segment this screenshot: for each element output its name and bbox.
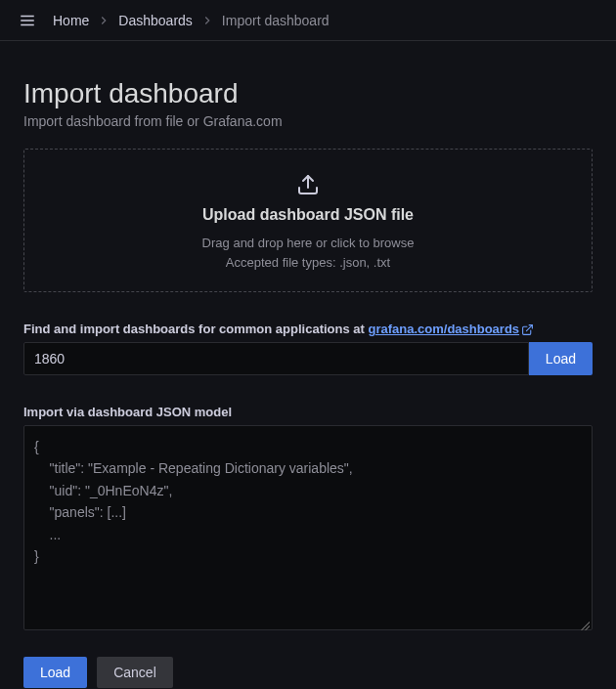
grafana-url-input[interactable]	[23, 342, 529, 375]
load-url-button[interactable]: Load	[529, 342, 593, 375]
json-label: Import via dashboard JSON model	[23, 405, 593, 419]
page-subtitle: Import dashboard from file or Grafana.co…	[23, 113, 593, 129]
breadcrumb: Home Dashboards Import dashboard	[49, 11, 333, 30]
find-label-text: Find and import dashboards for common ap…	[23, 322, 368, 336]
chevron-right-icon	[97, 14, 110, 27]
upload-dropzone[interactable]: Upload dashboard JSON file Drag and drop…	[23, 149, 593, 292]
json-model-section: Import via dashboard JSON model	[23, 405, 593, 633]
upload-hint2: Accepted file types: .json, .txt	[40, 253, 576, 273]
breadcrumb-dashboards[interactable]: Dashboards	[114, 11, 197, 30]
grafana-dashboards-link[interactable]: grafana.com/dashboards	[368, 322, 519, 336]
upload-hint1: Drag and drop here or click to browse	[40, 234, 576, 253]
find-label: Find and import dashboards for common ap…	[23, 322, 593, 336]
chevron-right-icon	[200, 14, 214, 27]
json-textarea[interactable]	[23, 425, 593, 630]
svg-line-4	[527, 325, 533, 331]
breadcrumb-home[interactable]: Home	[49, 11, 93, 30]
load-button[interactable]: Load	[23, 657, 87, 688]
grafana-com-section: Find and import dashboards for common ap…	[23, 322, 593, 375]
upload-heading: Upload dashboard JSON file	[40, 206, 576, 224]
cancel-button[interactable]: Cancel	[97, 657, 173, 688]
external-link-icon	[521, 323, 534, 336]
menu-button[interactable]	[12, 5, 43, 36]
page-content: Import dashboard Import dashboard from f…	[0, 41, 616, 689]
topbar: Home Dashboards Import dashboard	[0, 0, 616, 41]
breadcrumb-current: Import dashboard	[218, 11, 333, 30]
upload-icon	[296, 173, 320, 196]
form-actions: Load Cancel	[23, 657, 593, 688]
page-title: Import dashboard	[23, 78, 593, 109]
menu-icon	[19, 12, 36, 29]
